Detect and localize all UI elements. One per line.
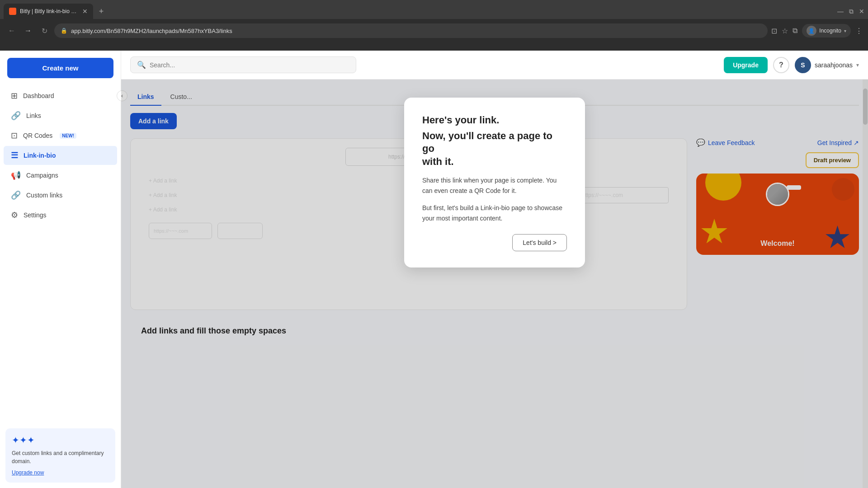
help-button[interactable]: ? [773,57,789,73]
sidebar-item-qrcodes[interactable]: ⊡ QR Codes NEW! [4,126,117,145]
tab-close-icon[interactable]: ✕ [82,8,88,15]
links-icon: 🔗 [11,111,21,121]
main-content: 🔍 Upgrade ? S saraahjoonas ▾ Links Custo… [121,51,868,488]
modal-title-line2: Now, you'll create a page to go with it. [422,130,567,169]
sidebar-promo: ✦✦✦ Get custom links and a complimentary… [5,428,115,483]
favicon-icon [9,8,16,15]
promo-stars-icon: ✦✦✦ [12,435,109,446]
tab-title: Bitly | Bitly link-in-bio page [20,8,79,14]
lock-icon: 🔒 [61,28,67,34]
sidebar-label-qrcodes: QR Codes [23,132,52,139]
sidebar-label-link-in-bio: Link-in-bio [24,152,56,159]
forward-button[interactable]: → [22,24,34,37]
url-text: app.bitly.com/Bn587h9MZH2/launchpads/Mn5… [71,28,761,34]
sidebar-item-custom-links[interactable]: 🔗 Custom links [4,186,117,205]
close-window-icon[interactable]: ✕ [859,8,864,15]
qrcode-icon: ⊡ [11,131,18,141]
create-new-button[interactable]: Create new [7,58,113,78]
upgrade-button[interactable]: Upgrade [724,57,768,73]
sidebar-label-links: Links [26,112,41,119]
sidebar-item-dashboard[interactable]: ⊞ Dashboard [4,86,117,105]
new-tab-button[interactable]: + [95,5,108,18]
avatar: S [795,57,811,73]
search-input[interactable] [150,61,349,69]
search-bar[interactable]: 🔍 [130,56,356,73]
modal-body-1: Share this link when your page is comple… [422,175,567,196]
incognito-avatar: 👤 [807,26,816,36]
user-chevron-icon: ▾ [856,62,859,68]
nav-items: ⊞ Dashboard 🔗 Links ⊡ QR Codes NEW! ☰ Li… [0,82,121,423]
menu-icon[interactable]: ⋮ [855,27,863,35]
campaigns-icon: 📢 [11,170,21,180]
promo-text: Get custom links and a complimentary dom… [12,449,109,465]
sidebar-label-dashboard: Dashboard [23,92,54,99]
custom-links-icon: 🔗 [11,190,21,200]
sidebar-item-link-in-bio[interactable]: ☰ Link-in-bio [4,146,117,165]
sidebar: Create new ⊞ Dashboard 🔗 Links ⊡ QR Code… [0,51,121,488]
extension-icon[interactable]: ⧉ [793,27,797,35]
reload-button[interactable]: ↻ [38,24,51,37]
tab-bar: Bitly | Bitly link-in-bio page ✕ + — ⧉ ✕ [0,0,868,19]
page-body: Links Custo... Add a link [121,80,868,488]
bookmark-icon[interactable]: ☆ [782,27,788,35]
window-controls: — ⧉ ✕ [837,8,864,15]
incognito-label: Incognito [819,28,841,34]
user-badge[interactable]: S saraahjoonas ▾ [795,57,859,73]
incognito-chevron-icon: ▾ [844,28,846,33]
back-button[interactable]: ← [5,24,18,37]
sidebar-label-settings: Settings [24,211,47,219]
settings-icon: ⚙ [11,210,18,220]
upgrade-now-link[interactable]: Upgrade now [12,469,44,476]
modal-card: Here's your link. Now, you'll create a p… [404,98,585,267]
modal-body-2: But first, let's build a Link-in-bio pag… [422,203,567,223]
address-bar[interactable]: 🔒 app.bitly.com/Bn587h9MZH2/launchpads/M… [54,23,768,38]
maximize-icon[interactable]: ⧉ [849,8,854,15]
sidebar-label-campaigns: Campaigns [26,172,58,179]
sidebar-item-settings[interactable]: ⚙ Settings [4,206,117,225]
modal-overlay: Here's your link. Now, you'll create a p… [121,80,868,488]
app-header: 🔍 Upgrade ? S saraahjoonas ▾ [121,51,868,80]
user-name: saraahjoonas [815,61,853,69]
toolbar-right: ⊡ ☆ ⧉ 👤 Incognito ▾ ⋮ [771,24,863,38]
modal-title-line1: Here's your link. [422,114,567,127]
app-layout: Create new ⊞ Dashboard 🔗 Links ⊡ QR Code… [0,51,868,488]
search-icon: 🔍 [137,61,146,69]
browser-tab[interactable]: Bitly | Bitly link-in-bio page ✕ [4,4,93,19]
minimize-icon[interactable]: — [837,8,844,15]
sidebar-item-campaigns[interactable]: 📢 Campaigns [4,166,117,185]
incognito-badge[interactable]: 👤 Incognito ▾ [802,24,851,38]
browser-toolbar: ← → ↻ 🔒 app.bitly.com/Bn587h9MZH2/launch… [0,19,868,42]
sidebar-label-custom-links: Custom links [26,192,62,199]
lets-build-button[interactable]: Let's build > [512,234,567,251]
modal-cta: Let's build > [422,234,567,251]
link-in-bio-icon: ☰ [11,150,18,160]
cast-icon[interactable]: ⊡ [771,27,777,35]
dashboard-icon: ⊞ [11,91,18,101]
sidebar-item-links[interactable]: 🔗 Links [4,106,117,125]
qrcode-badge: NEW! [60,133,76,139]
